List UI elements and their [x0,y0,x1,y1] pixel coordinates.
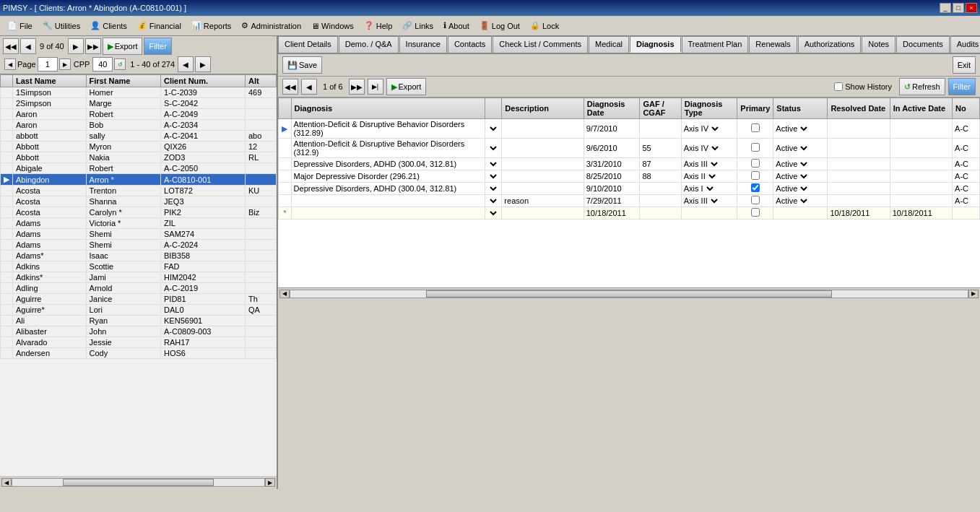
status-dropdown[interactable]: ▼ [799,144,810,153]
client-row[interactable]: AliRyanKEN56901 [1,316,277,326]
client-row[interactable]: AaronBobA-C-2034 [1,120,277,131]
show-history-checkbox[interactable] [834,82,843,91]
diag-name[interactable]: Attention-Deficit & Disruptive Behavior … [291,139,485,158]
col-first-name[interactable]: First Name [86,75,160,87]
diag-type-dropdown[interactable]: ▼ [706,184,716,194]
client-row[interactable]: 2SimpsonMargeS-C-2042 [1,98,277,109]
status-cell[interactable] [773,207,828,220]
diag-row[interactable]: Attention-Deficit & Disruptive Behavior … [279,139,980,158]
diag-scroll-left[interactable]: ◀ [279,290,290,298]
diag-row[interactable]: Major Depressive Disorder (296.21)▼8/25/… [279,170,980,183]
diag-type[interactable] [681,207,737,220]
tab-medical[interactable]: Medical [589,36,629,53]
col-diag-type[interactable]: Diagnosis Type [681,98,737,119]
client-scroll-bar[interactable]: ◀ ▶ [0,476,277,489]
primary-checkbox[interactable] [751,123,760,132]
diag-dropdown[interactable]: ▼ [487,209,499,218]
col-last-name[interactable]: Last Name [13,75,87,87]
status-dropdown[interactable]: ▼ [799,160,810,169]
status-cell[interactable]: Active ▼ [773,158,828,170]
primary-cell[interactable] [737,183,773,195]
tab-notes[interactable]: Notes [862,36,896,53]
client-scroll-right[interactable]: ▶ [265,478,275,487]
menu-windows[interactable]: 🖥 Windows [307,20,358,32]
primary-checkbox[interactable] [751,171,760,180]
diag-dropdown[interactable]: ▼ [487,184,499,194]
client-row[interactable]: AndersenCodyHOS6 [1,348,277,359]
diag-dropdown-cell[interactable]: ▼ [485,139,502,158]
save-button[interactable]: 💾 Save [282,56,322,74]
diag-type[interactable]: Axis III ▼ [681,195,737,207]
page-input[interactable] [38,57,58,71]
minimize-button[interactable]: _ [940,3,951,13]
diag-name[interactable]: Attention-Deficit & Disruptive Behavior … [291,119,485,139]
primary-cell[interactable] [737,158,773,170]
client-scroll-left[interactable]: ◀ [1,478,12,487]
diag-nav-next[interactable]: ▶▶ [349,79,365,95]
status-dropdown[interactable]: ▼ [799,124,810,134]
status-cell[interactable]: Active ▼ [773,195,828,207]
diag-name[interactable] [291,207,485,220]
diag-table-wrapper[interactable]: Diagnosis Description Diagnosis Date GAF… [278,97,980,287]
menu-lock[interactable]: 🔒 Lock [526,19,563,32]
primary-checkbox[interactable] [751,159,760,168]
client-nav-last[interactable]: ▶▶ [85,38,101,54]
menu-help[interactable]: ❓ Help [360,19,397,32]
diag-row[interactable]: ▼reason7/29/2011Axis III ▼Active ▼A-C [279,195,980,207]
client-nav-next[interactable]: ▶ [68,38,84,54]
col-note[interactable]: No [953,98,980,119]
primary-cell[interactable] [737,139,773,158]
client-row[interactable]: AdamsShemiSAM274 [1,229,277,240]
diag-name[interactable] [291,195,485,207]
diag-scrollbar-thumb[interactable] [426,290,833,298]
range-nav-prev[interactable]: ◀ [178,56,194,72]
client-row[interactable]: AcostaCarolyn *PIK2Biz [1,207,277,218]
tab-treatment-plan[interactable]: Treatment Plan [682,36,749,53]
client-row[interactable]: AbbottNakiaZOD3RL [1,152,277,163]
diag-type-dropdown[interactable]: ▼ [711,124,721,134]
col-description[interactable]: Description [502,98,584,119]
status-dropdown[interactable]: ▼ [799,172,810,181]
diag-export-button[interactable]: ▶ Export [386,78,427,95]
client-row[interactable]: AguirreJanicePID81Th [1,294,277,305]
primary-cell[interactable] [737,170,773,183]
status-cell[interactable]: Active ▼ [773,139,828,158]
diag-row[interactable]: ▶Attention-Deficit & Disruptive Behavior… [279,119,980,139]
menu-logout[interactable]: 🚪 Log Out [475,19,524,32]
menu-file[interactable]: 📄 File [3,19,37,32]
diag-dropdown-cell[interactable]: ▼ [485,158,502,170]
status-cell[interactable]: Active ▼ [773,119,828,139]
client-export-button[interactable]: ▶ Export [103,38,143,55]
diag-nav-last[interactable]: ▶| [368,79,383,95]
menu-links[interactable]: 🔗 Links [398,19,438,32]
col-status[interactable]: Status [773,98,828,119]
client-row[interactable]: AdamsShemiA-C-2024 [1,240,277,251]
status-cell[interactable]: Active ▼ [773,183,828,195]
client-row[interactable]: Aguirre*LoriDAL0QA [1,305,277,316]
diag-type-dropdown[interactable]: ▼ [711,144,721,153]
menu-administration[interactable]: ⚙ Administration [237,19,305,32]
client-row[interactable]: AdamsVictoria *ZIL [1,218,277,229]
client-row[interactable]: AdlingArnoldA-C-2019 [1,283,277,294]
tab-audits[interactable]: Audits [950,36,980,53]
client-scrollbar-thumb[interactable] [63,479,214,486]
maximize-button[interactable]: □ [953,3,964,13]
status-dropdown[interactable]: ▼ [799,184,810,194]
diag-name[interactable]: Major Depressive Disorder (296.21) [291,170,485,183]
diag-name[interactable]: Depressive Disorders, ADHD (300.04, 312.… [291,158,485,170]
col-resolved[interactable]: Resolved Date [828,98,890,119]
tab-demo-qa[interactable]: Demo. / Q&A [339,36,399,53]
tab-renewals[interactable]: Renewals [749,36,797,53]
diag-type-dropdown[interactable]: ▼ [710,196,720,206]
diag-type-dropdown[interactable]: ▼ [710,160,720,169]
status-dropdown[interactable]: ▼ [799,196,810,206]
diag-dropdown-cell[interactable]: ▼ [485,119,502,139]
client-row[interactable]: AaronRobertA-C-2049 [1,109,277,120]
client-filter-button[interactable]: Filter [144,38,171,55]
client-row[interactable]: abbottsallyA-C-2041abo [1,131,277,142]
primary-checkbox[interactable] [751,196,760,204]
tab-documents[interactable]: Documents [896,36,950,53]
close-button[interactable]: × [966,3,977,13]
diag-type[interactable]: Axis IV ▼ [681,119,737,139]
primary-cell[interactable] [737,119,773,139]
